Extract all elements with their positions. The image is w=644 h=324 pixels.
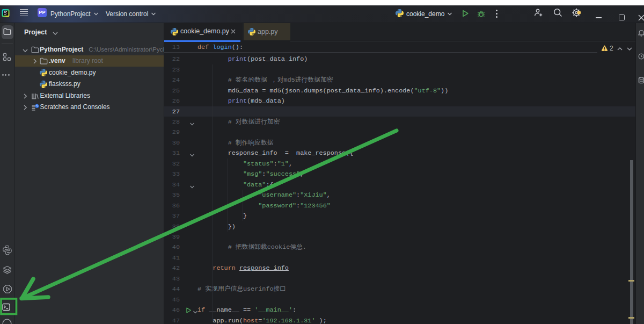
svg-text:PC: PC [4, 11, 8, 14]
